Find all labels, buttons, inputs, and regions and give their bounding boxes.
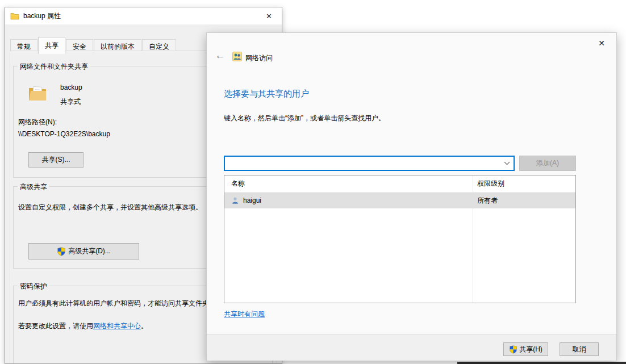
properties-titlebar: backup 属性 ✕ [5, 7, 282, 24]
column-header-permission[interactable]: 权限级别 [473, 179, 504, 189]
dialog-footer [207, 334, 616, 361]
column-header-name[interactable]: 名称 [224, 179, 473, 189]
tab-sharing[interactable]: 共享 [38, 37, 65, 54]
sharing-trouble-link[interactable]: 共享时有问题 [224, 309, 265, 319]
advanced-sharing-description: 设置自定义权限，创建多个共享，并设置其他高级共享选项。 [18, 203, 202, 212]
network-access-icon [232, 52, 242, 61]
change-setting-prefix: 若要更改此设置，请使用 [18, 322, 93, 330]
folder-icon [10, 12, 19, 20]
change-setting-suffix: 。 [141, 322, 148, 330]
network-access-dialog: ✕ ← 网络访问 选择要与其共享的用户 键入名称，然后单击“添加”，或者单击箭头… [206, 32, 617, 361]
properties-close-button[interactable]: ✕ [256, 7, 282, 24]
cancel-button[interactable]: 取消 [560, 342, 599, 356]
choose-users-heading: 选择要与其共享的用户 [224, 89, 309, 99]
list-header: 名称 权限级别 [224, 175, 575, 193]
uac-shield-icon [509, 345, 518, 354]
share-confirm-button-label: 共享(H) [519, 345, 542, 354]
uac-shield-icon [57, 247, 66, 256]
properties-dialog-title: backup 属性 [23, 11, 61, 21]
instruction-text: 键入名称，然后单击“添加”，或者单击箭头查找用户。 [224, 114, 385, 123]
advanced-sharing-group-title: 高级共享 [18, 182, 49, 192]
folder-share-status: 共享式 [60, 97, 81, 107]
background-window-edge [457, 362, 626, 364]
network-access-close-button[interactable]: ✕ [595, 36, 608, 50]
password-protection-change-text: 若要更改此设置，请使用网络和共享中心。 [18, 321, 148, 331]
network-path-value: \\DESKTOP-1Q32E2S\backup [18, 130, 110, 138]
user-row-haigui[interactable]: haigui 所有者 [224, 193, 575, 208]
chevron-down-icon [504, 160, 510, 165]
advanced-sharing-button[interactable]: 高级共享(D)... [28, 243, 139, 260]
network-file-sharing-group-title: 网络文件和文件夹共享 [18, 62, 90, 72]
network-access-title: 网络访问 [245, 53, 273, 63]
user-row-name: haigui [243, 196, 473, 204]
password-protection-text: 用户必须具有此计算机的用户帐户和密码，才能访问共享文件夹。 [18, 299, 216, 308]
folder-name: backup [60, 83, 82, 91]
password-protection-group-title: 密码保护 [18, 282, 49, 291]
user-icon [231, 196, 239, 204]
network-path-label: 网络路径(N): [18, 118, 57, 127]
share-confirm-button[interactable]: 共享(H) [503, 342, 548, 356]
user-list[interactable]: 名称 权限级别 haigui 所有者 [224, 175, 576, 303]
user-name-combobox[interactable] [224, 156, 515, 171]
advanced-sharing-button-label: 高级共享(D)... [68, 246, 111, 256]
add-button[interactable]: 添加(A) [519, 156, 576, 171]
combobox-dropdown-button[interactable] [500, 157, 514, 170]
network-sharing-center-link[interactable]: 网络和共享中心 [93, 322, 141, 330]
back-arrow-icon[interactable]: ← [215, 50, 225, 61]
share-button[interactable]: 共享(S)... [28, 152, 84, 168]
shared-folder-icon [27, 83, 48, 104]
user-row-permission: 所有者 [473, 196, 498, 206]
